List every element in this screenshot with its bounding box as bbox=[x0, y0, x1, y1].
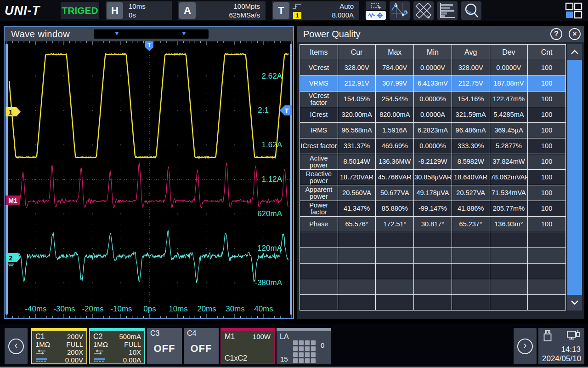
table-row[interactable]: Apparent power20.560VA50.677VA49.178µVA2… bbox=[300, 185, 566, 201]
horizontal-scale: 10ms bbox=[129, 2, 146, 10]
table-row[interactable]: VRMS212.91V307.99V6.4133mV212.75V187.08m… bbox=[300, 76, 566, 92]
table-cell: 49.178µVA bbox=[414, 185, 452, 201]
measure-rulers-button[interactable] bbox=[413, 1, 434, 20]
scrollbar-thumb[interactable] bbox=[567, 60, 582, 295]
y-axis-label: 2.1 bbox=[5, 106, 269, 115]
table-cell: 333.30% bbox=[452, 138, 490, 154]
power-quality-header[interactable]: Power Quality ? × bbox=[297, 26, 584, 42]
wave-window: Wave window ▼ ▼ TT1M12 2.62A2.11.62A1.12… bbox=[4, 26, 294, 319]
horizontal-offset: 0s bbox=[129, 11, 136, 19]
la-bit-square bbox=[311, 346, 316, 351]
wave-move-button[interactable] bbox=[366, 11, 386, 20]
y-axis-label: 2.62A bbox=[5, 72, 282, 81]
table-cell: 6.4133mV bbox=[414, 76, 452, 92]
table-cell: 212.75V bbox=[452, 76, 490, 92]
search-button[interactable] bbox=[461, 1, 481, 20]
table-cell: 122.47m% bbox=[490, 92, 528, 107]
wave-window-title: Wave window bbox=[5, 29, 70, 40]
scroll-up-button[interactable] bbox=[567, 44, 582, 60]
table-cell: 1.5916A bbox=[376, 123, 414, 138]
la-bit-square bbox=[293, 346, 298, 351]
la-bit-square bbox=[305, 352, 310, 357]
table-row[interactable]: VCrest factor154.05%254.54%0.0000%154.16… bbox=[300, 92, 566, 107]
power-quality-panel: Power Quality ? × ItemsCurMaxMinAvgDevCn… bbox=[297, 26, 584, 319]
table-row[interactable]: Power factor41.347%85.880%-99.147%41.886… bbox=[300, 201, 566, 217]
x-axis-label: -20ms bbox=[78, 305, 107, 314]
zoom-left-handle[interactable]: ▼ bbox=[114, 30, 120, 37]
table-cell: 187.08mV bbox=[490, 76, 528, 92]
table-row[interactable]: Reactive power18.720VAR45.766VAR30.858µV… bbox=[300, 170, 566, 185]
acquire-settings-block[interactable]: A 100Mpts 625MSa/s bbox=[178, 1, 266, 20]
column-header: Items bbox=[300, 45, 338, 60]
window-layout-button[interactable] bbox=[565, 2, 582, 19]
help-button[interactable]: ? bbox=[550, 28, 562, 40]
scroll-down-button[interactable] bbox=[567, 295, 582, 310]
table-cell: VRMS bbox=[300, 76, 338, 92]
table-cell bbox=[338, 232, 376, 248]
table-cell bbox=[452, 232, 490, 248]
table-cell: 784.00V bbox=[376, 60, 414, 76]
trigger-level-marker[interactable]: T bbox=[279, 105, 292, 115]
table-row[interactable]: ICrest factor331.37%469.69%0.0000%333.30… bbox=[300, 138, 566, 154]
trigger-edge-icon bbox=[292, 2, 303, 12]
logic-analyzer-tile[interactable]: LA 0 15 bbox=[277, 328, 331, 364]
x-axis-label: 40ms bbox=[249, 305, 278, 314]
wave-window-header[interactable]: Wave window ▼ ▼ bbox=[5, 27, 293, 41]
panel-title: Power Quality bbox=[297, 29, 361, 40]
table-row[interactable]: IRMS96.568mA1.5916A6.2823mA96.486mA369.4… bbox=[300, 123, 566, 138]
table-cell: 0.0000% bbox=[414, 92, 452, 107]
table-row[interactable] bbox=[300, 295, 566, 310]
ab-curve-button[interactable]: A B bbox=[390, 1, 410, 20]
close-button[interactable]: × bbox=[569, 28, 581, 40]
math-m1-tile[interactable]: M1100W C1xC2 bbox=[220, 328, 275, 364]
table-row[interactable]: ICrest320.00mA820.00mA0.0000A321.59mA5.4… bbox=[300, 107, 566, 123]
m1-expression: C1xC2 bbox=[225, 354, 247, 362]
date: 2024/05/10 bbox=[542, 354, 581, 363]
dc-coupling-icon bbox=[93, 356, 105, 364]
table-row[interactable]: VCrest328.00V784.00V0.0000V328.00V0.0000… bbox=[300, 60, 566, 76]
next-channels-button[interactable]: › bbox=[514, 328, 537, 364]
table-cell bbox=[376, 295, 414, 310]
system-status-tile[interactable]: 14:13 2024/05/10 bbox=[538, 328, 584, 364]
channel-c3-tile[interactable]: C3 OFF bbox=[147, 328, 182, 364]
clock: 14:13 bbox=[542, 345, 581, 354]
column-header: Avg bbox=[452, 45, 490, 60]
table-row[interactable]: Active power8.5014W136.36MW-8.2129W8.598… bbox=[300, 154, 566, 170]
table-row[interactable] bbox=[300, 264, 566, 279]
math-m1-marker[interactable]: M1 bbox=[6, 196, 20, 205]
horizontal-settings-block[interactable]: H 10ms 0s bbox=[106, 1, 172, 20]
table-row[interactable] bbox=[300, 232, 566, 248]
table-row[interactable] bbox=[300, 248, 566, 264]
scrollbar bbox=[567, 44, 582, 310]
svg-text:B: B bbox=[404, 10, 407, 14]
table-cell bbox=[414, 279, 452, 295]
channel-c2-tile[interactable]: C2500mA 1MΩFULL 10X 0.00A bbox=[89, 328, 145, 364]
c1-offset: 0.00V bbox=[65, 356, 83, 364]
table-cell bbox=[300, 248, 338, 264]
table-cell: 100 bbox=[528, 185, 566, 201]
c1-impedance: 1MΩ bbox=[35, 340, 50, 348]
select-region-button[interactable] bbox=[366, 1, 386, 10]
table-cell: 18.640VAR bbox=[452, 170, 490, 185]
table-cell: 100 bbox=[528, 170, 566, 185]
trigger-position-marker[interactable]: T bbox=[145, 41, 153, 51]
histogram-button[interactable] bbox=[437, 1, 458, 20]
channel-c4-tile[interactable]: C4 OFF bbox=[184, 328, 219, 364]
table-cell: 0.0000% bbox=[414, 138, 452, 154]
channel-c1-tile[interactable]: C1200V 1MΩFULL 200X 0.00V bbox=[31, 328, 87, 364]
zoom-right-handle[interactable]: ▼ bbox=[181, 30, 187, 37]
table-cell: 8.5014W bbox=[338, 154, 376, 170]
acquire-label: A bbox=[179, 2, 196, 19]
waveform-plot[interactable]: TT1M12 2.62A2.11.62A1.12A620mA120mA-380m… bbox=[5, 41, 293, 318]
table-row[interactable]: Phase65.576°172.51°30.817°65.237°136.93m… bbox=[300, 217, 566, 232]
table-cell bbox=[528, 232, 566, 248]
column-header: Cnt bbox=[528, 45, 566, 60]
table-row[interactable] bbox=[300, 279, 566, 295]
wave-zoom-bar[interactable]: ▼ ▼ bbox=[94, 29, 209, 39]
x-axis-label: 20ms bbox=[192, 305, 221, 314]
trigger-settings-block[interactable]: T 1 Auto 8.000A bbox=[272, 1, 359, 20]
table-cell: 254.54% bbox=[376, 92, 414, 107]
trigger-label: T bbox=[273, 2, 289, 19]
table-cell: 100 bbox=[528, 154, 566, 170]
prev-channels-button[interactable]: ‹ bbox=[5, 328, 28, 364]
